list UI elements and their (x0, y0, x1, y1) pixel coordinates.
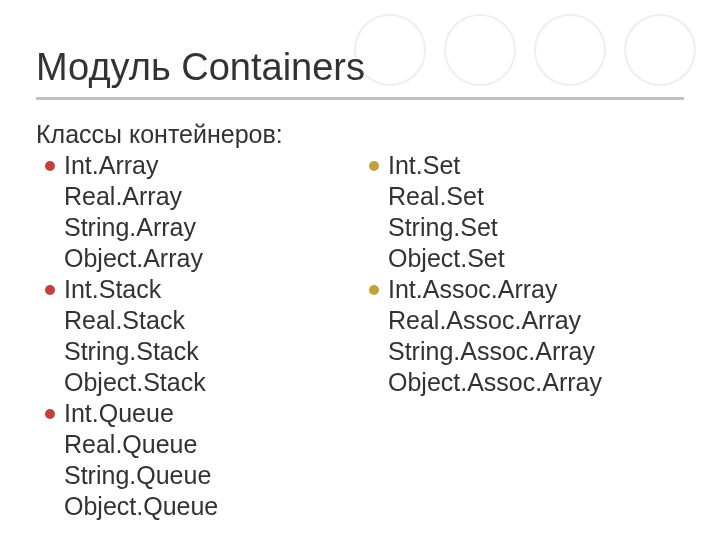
list-line: Real.Stack (64, 305, 206, 336)
list-line: Int.Set (388, 150, 505, 181)
list-line: String.Assoc.Array (388, 336, 602, 367)
decorative-circles (354, 14, 696, 86)
list-item: Int.Array Real.Array String.Array Object… (36, 150, 360, 274)
list-line: Real.Set (388, 181, 505, 212)
list-line: Int.Assoc.Array (388, 274, 602, 305)
list-lines: Int.Queue Real.Queue String.Queue Object… (64, 398, 218, 522)
list-line: Int.Array (64, 150, 203, 181)
list-item: Int.Queue Real.Queue String.Queue Object… (36, 398, 360, 522)
list-lines: Int.Assoc.Array Real.Assoc.Array String.… (388, 274, 602, 398)
content-columns: Int.Array Real.Array String.Array Object… (36, 150, 684, 522)
list-line: Real.Assoc.Array (388, 305, 602, 336)
circle-icon (624, 14, 696, 86)
list-line: Object.Stack (64, 367, 206, 398)
bullet-icon (360, 274, 388, 398)
slide-subtitle: Классы контейнеров: (36, 120, 283, 149)
list-item: Int.Assoc.Array Real.Assoc.Array String.… (360, 274, 684, 398)
bullet-icon (36, 274, 64, 398)
bullet-icon (36, 150, 64, 274)
list-lines: Int.Stack Real.Stack String.Stack Object… (64, 274, 206, 398)
list-lines: Int.Set Real.Set String.Set Object.Set (388, 150, 505, 274)
title-underline (36, 97, 684, 100)
left-column: Int.Array Real.Array String.Array Object… (36, 150, 360, 522)
list-line: String.Queue (64, 460, 218, 491)
list-line: Object.Assoc.Array (388, 367, 602, 398)
list-line: Real.Array (64, 181, 203, 212)
list-line: String.Stack (64, 336, 206, 367)
list-line: Object.Set (388, 243, 505, 274)
list-line: Int.Queue (64, 398, 218, 429)
bullet-icon (36, 398, 64, 522)
list-line: Real.Queue (64, 429, 218, 460)
list-line: String.Array (64, 212, 203, 243)
list-line: Object.Queue (64, 491, 218, 522)
right-column: Int.Set Real.Set String.Set Object.Set I… (360, 150, 684, 522)
list-item: Int.Set Real.Set String.Set Object.Set (360, 150, 684, 274)
bullet-icon (360, 150, 388, 274)
slide-title: Модуль Containers (36, 46, 365, 89)
list-line: Int.Stack (64, 274, 206, 305)
circle-icon (534, 14, 606, 86)
list-lines: Int.Array Real.Array String.Array Object… (64, 150, 203, 274)
list-line: Object.Array (64, 243, 203, 274)
circle-icon (444, 14, 516, 86)
list-item: Int.Stack Real.Stack String.Stack Object… (36, 274, 360, 398)
list-line: String.Set (388, 212, 505, 243)
